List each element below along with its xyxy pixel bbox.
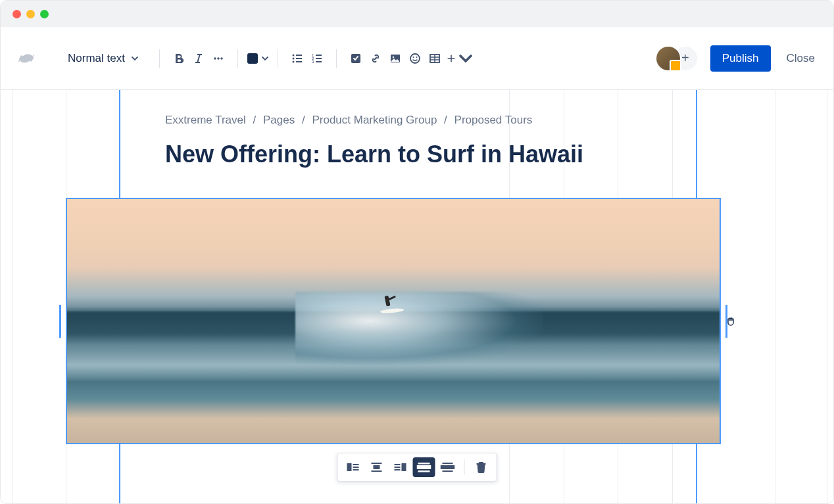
breadcrumb-separator: / (444, 114, 447, 126)
table-button[interactable] (425, 49, 445, 68)
breadcrumb-separator: / (253, 114, 257, 126)
svg-rect-4 (296, 55, 302, 56)
toolbar-divider (159, 49, 160, 68)
align-left-icon (347, 462, 360, 472)
image-align-right-button[interactable] (389, 457, 412, 477)
svg-rect-10 (316, 55, 322, 56)
chevron-down-icon (262, 55, 268, 62)
breadcrumb-item[interactable]: Pages (263, 114, 295, 126)
bold-button[interactable] (169, 49, 189, 68)
chevron-down-icon (459, 52, 472, 65)
chevron-down-icon (132, 55, 138, 62)
svg-point-5 (292, 57, 294, 59)
editor-canvas: Exxtreme Travel / Pages / Product Market… (1, 90, 833, 504)
link-icon (369, 52, 382, 65)
more-icon (212, 52, 225, 65)
emoji-button[interactable] (405, 49, 425, 68)
svg-rect-14 (316, 61, 322, 62)
svg-rect-40 (441, 465, 455, 469)
wide-icon (417, 462, 431, 472)
toolbar-divider (237, 49, 238, 68)
svg-rect-39 (443, 463, 453, 464)
bold-icon (172, 52, 185, 65)
breadcrumb-separator: / (302, 114, 305, 126)
svg-rect-28 (353, 469, 359, 470)
italic-button[interactable] (189, 49, 208, 68)
svg-point-1 (217, 57, 219, 59)
svg-rect-26 (353, 464, 359, 465)
insert-menu-button[interactable] (445, 49, 474, 68)
svg-rect-25 (347, 463, 352, 471)
numbered-list-icon: 123 (310, 52, 324, 65)
svg-rect-38 (418, 470, 430, 472)
align-right-icon (394, 462, 407, 472)
page-title[interactable]: New Offering: Learn to Surf in Hawaii (165, 140, 651, 168)
window-close-button[interactable] (12, 10, 21, 18)
image-wide-button[interactable] (413, 457, 435, 477)
window-minimize-button[interactable] (26, 10, 35, 18)
svg-rect-41 (443, 470, 453, 472)
svg-rect-6 (296, 58, 302, 59)
user-avatar[interactable] (656, 47, 680, 70)
svg-rect-31 (372, 470, 382, 472)
table-icon (428, 52, 441, 65)
svg-point-17 (393, 56, 395, 58)
svg-point-19 (412, 57, 414, 58)
svg-rect-35 (395, 469, 401, 470)
svg-point-3 (292, 54, 294, 56)
align-center-icon (370, 462, 383, 472)
image-resize-handle-left[interactable] (59, 305, 61, 338)
collaborators: + (656, 47, 697, 70)
text-color-button[interactable] (247, 53, 268, 64)
trash-icon (476, 461, 487, 473)
svg-rect-12 (316, 58, 322, 59)
link-button[interactable] (366, 49, 385, 68)
text-style-dropdown[interactable]: Normal text (68, 52, 138, 65)
svg-rect-8 (296, 61, 302, 62)
breadcrumb-item[interactable]: Exxtreme Travel (165, 114, 246, 126)
window-zoom-button[interactable] (40, 10, 49, 18)
text-style-label: Normal text (68, 52, 125, 65)
image-icon (389, 52, 402, 65)
close-button[interactable]: Close (787, 52, 815, 65)
image-align-center-button[interactable] (366, 457, 388, 477)
window-titlebar (1, 1, 833, 27)
breadcrumb-item[interactable]: Product Marketing Group (312, 114, 437, 126)
svg-point-20 (416, 57, 417, 58)
italic-icon (192, 52, 205, 65)
image-floating-toolbar (337, 453, 497, 482)
svg-rect-33 (395, 464, 401, 465)
action-item-button[interactable] (346, 49, 366, 68)
color-swatch-icon (247, 53, 258, 64)
svg-rect-32 (402, 463, 406, 471)
breadcrumb-item[interactable]: Proposed Tours (454, 114, 533, 126)
svg-point-7 (292, 60, 294, 62)
svg-point-18 (410, 54, 420, 63)
svg-rect-29 (372, 463, 382, 464)
more-formatting-button[interactable] (208, 49, 228, 68)
confluence-logo-icon (16, 49, 36, 68)
action-item-icon (349, 52, 362, 65)
svg-text:3: 3 (312, 60, 314, 64)
svg-point-0 (214, 57, 216, 59)
svg-point-2 (220, 57, 222, 59)
breadcrumb: Exxtreme Travel / Pages / Product Market… (165, 114, 651, 127)
svg-rect-37 (417, 465, 431, 469)
toolbar-divider (464, 459, 465, 475)
emoji-icon (408, 52, 422, 65)
image-delete-button[interactable] (470, 457, 493, 477)
svg-rect-27 (353, 467, 359, 468)
toolbar-divider (278, 49, 278, 68)
bullet-list-button[interactable] (287, 49, 307, 68)
publish-button[interactable]: Publish (710, 45, 771, 72)
svg-rect-36 (418, 463, 430, 465)
numbered-list-button[interactable]: 123 (307, 49, 327, 68)
image-button[interactable] (385, 49, 405, 68)
image-full-width-button[interactable] (437, 457, 459, 477)
image-align-left-button[interactable] (342, 457, 364, 477)
plus-icon (446, 52, 456, 65)
editor-toolbar: Normal text 123 (1, 27, 833, 90)
full-width-icon (441, 462, 455, 472)
svg-rect-30 (374, 465, 380, 469)
selected-image-block[interactable] (66, 198, 721, 444)
